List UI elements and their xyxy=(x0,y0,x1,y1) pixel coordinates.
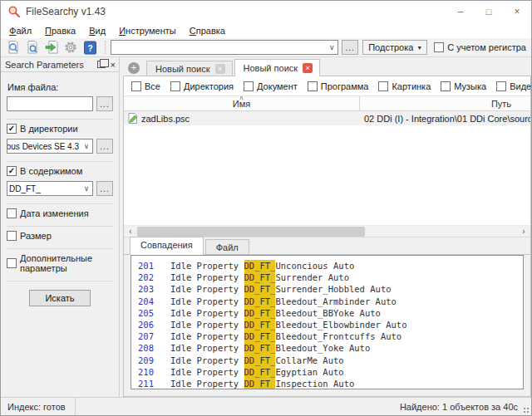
match-highlight: DD_FT_ xyxy=(244,307,276,319)
tab-new-search-1[interactable]: Новый поиск × xyxy=(146,61,233,76)
match-line[interactable]: 210Idle Property DD_FT_Egyptian Auto xyxy=(138,366,523,378)
match-highlight: DD_FT_ xyxy=(244,330,276,342)
tab-new-search-2[interactable]: Новый поиск × xyxy=(234,59,321,76)
export-results-button[interactable] xyxy=(42,39,61,56)
help-icon: ? xyxy=(83,41,97,55)
match-line[interactable]: 209Idle Property DD_FT_CollarMe Auto xyxy=(138,355,523,366)
match-line[interactable]: 201Idle Property DD_FT_Unconcious Auto xyxy=(138,260,523,272)
filter-document-checkbox[interactable] xyxy=(244,81,254,91)
column-label: Путь xyxy=(491,99,511,109)
column-header-path[interactable]: Путь xyxy=(360,96,530,110)
match-line[interactable]: 203Idle Property DD_FT_Surrender_Hobbled… xyxy=(138,283,523,295)
filter-all-checkbox[interactable] xyxy=(131,81,141,91)
match-after-text: Bleedout_Armbinder Auto xyxy=(275,296,396,307)
quick-search-browse-button[interactable]: ... xyxy=(342,40,358,55)
in-directory-option[interactable]: ✓ В директории xyxy=(7,124,113,134)
content-browse-button[interactable]: ... xyxy=(96,181,113,196)
menu-view[interactable]: Вид xyxy=(82,24,112,37)
menu-edit[interactable]: Правка xyxy=(38,24,82,37)
minimize-icon[interactable]: – xyxy=(446,1,475,22)
close-panel-icon[interactable]: × xyxy=(111,60,116,70)
search-button[interactable]: Искать xyxy=(29,290,90,306)
combo-dropdown-icon[interactable]: ∨ xyxy=(81,184,92,193)
match-highlight: DD_FT_ xyxy=(244,342,276,354)
scrollbar-thumb[interactable] xyxy=(137,227,365,237)
table-row[interactable]: zadLibs.psc 02 DDi (I) - Integration\01 … xyxy=(124,111,530,125)
match-list[interactable]: 201Idle Property DD_FT_Unconcious Auto 2… xyxy=(131,255,524,389)
column-header-name[interactable]: ∧ Имя xyxy=(124,96,360,110)
size-checkbox[interactable] xyxy=(7,231,17,241)
advanced-checkbox[interactable] xyxy=(7,258,17,268)
in-content-option[interactable]: ✓ В содержимом xyxy=(7,166,113,176)
combo-dropdown-icon[interactable]: ∨ xyxy=(81,142,92,150)
float-panel-icon[interactable] xyxy=(97,61,106,68)
new-search-button[interactable] xyxy=(4,39,22,56)
filter-label: Директория xyxy=(184,81,234,91)
resize-grip-icon[interactable] xyxy=(523,407,530,414)
quick-search-input[interactable] xyxy=(111,41,326,54)
filter-document[interactable]: Документ xyxy=(244,81,298,91)
match-highlight: DD_FT_ xyxy=(244,272,276,283)
advanced-option[interactable]: Дополнительные параметры xyxy=(7,253,113,273)
date-modified-checkbox[interactable] xyxy=(7,208,17,218)
main-area: Search Parameters × Имя файла: ∨ ... xyxy=(1,57,531,397)
match-line[interactable]: 205Idle Property DD_FT_Bleedout_BBYoke A… xyxy=(138,307,523,319)
filter-program-checkbox[interactable] xyxy=(308,81,318,91)
in-content-checkbox[interactable]: ✓ xyxy=(7,166,17,176)
menu-help[interactable]: Справка xyxy=(183,24,232,37)
in-directory-checkbox[interactable]: ✓ xyxy=(7,124,17,134)
tab-close-icon[interactable]: × xyxy=(215,64,225,74)
search-in-files-button[interactable] xyxy=(23,39,42,56)
filter-all[interactable]: Все xyxy=(131,81,160,91)
horizontal-scrollbar[interactable]: ‹ › xyxy=(124,225,530,237)
add-tab-icon[interactable]: + xyxy=(128,62,140,74)
directory-browse-button[interactable]: ... xyxy=(96,139,113,154)
match-highlight: DD_FT_ xyxy=(244,283,276,295)
size-option[interactable]: Размер xyxy=(7,231,113,241)
results-table: ∧ Имя Путь zadLibs.p xyxy=(124,95,530,225)
index-status: Индекс: готов xyxy=(1,398,76,415)
close-icon[interactable]: × xyxy=(503,1,531,22)
directory-group: ✓ В директории xml\Devious Devices SE 4.… xyxy=(7,120,113,162)
tab-close-icon[interactable]: × xyxy=(303,63,313,73)
content-combo[interactable]: DD_FT_ ∨ xyxy=(7,181,93,196)
filter-directory-checkbox[interactable] xyxy=(170,81,180,91)
filter-video[interactable]: Видео xyxy=(496,81,532,91)
match-mode-value: Подстрока xyxy=(368,42,413,52)
filter-picture[interactable]: Картинка xyxy=(378,81,431,91)
scrollbar-track[interactable] xyxy=(137,226,517,237)
tab-file[interactable]: Файл xyxy=(205,239,249,255)
help-button[interactable]: ? xyxy=(81,39,99,56)
svg-text:?: ? xyxy=(87,43,92,52)
menu-tools[interactable]: Инструменты xyxy=(112,24,183,37)
filter-directory[interactable]: Директория xyxy=(170,81,234,91)
filter-video-checkbox[interactable] xyxy=(496,81,506,91)
match-line[interactable]: 206Idle Property DD_FT_Bleedout_Elbowbin… xyxy=(138,319,523,330)
case-sensitive-option[interactable]: С учетом регистра xyxy=(434,42,526,52)
maximize-icon[interactable]: □ xyxy=(475,1,503,22)
directory-combo[interactable]: xml\Devious Devices SE 4.3 ∨ xyxy=(7,139,93,154)
match-line[interactable]: 207Idle Property DD_FT_Bleedout_Frontcuf… xyxy=(138,330,523,342)
export-arrow-icon xyxy=(44,40,59,55)
match-line[interactable]: 202Idle Property DD_FT_Surrender Auto xyxy=(138,272,523,283)
tab-matches[interactable]: Совпадения xyxy=(130,237,204,255)
combo-dropdown-icon[interactable]: ∨ xyxy=(326,43,337,51)
tab-label: Новый поиск xyxy=(155,64,210,74)
case-sensitive-checkbox[interactable] xyxy=(434,42,444,52)
settings-button[interactable] xyxy=(62,39,80,56)
match-before-text: Idle Property xyxy=(170,272,244,283)
filter-music-checkbox[interactable] xyxy=(441,81,451,91)
filter-program[interactable]: Программа xyxy=(308,81,369,91)
filter-music[interactable]: Музыка xyxy=(441,81,486,91)
match-line[interactable]: 211Idle Property DD_FT_Inspection Auto xyxy=(138,378,523,389)
filter-picture-checkbox[interactable] xyxy=(378,81,388,91)
scroll-right-icon[interactable]: › xyxy=(517,227,530,236)
match-mode-select[interactable]: Подстрока ▼ xyxy=(362,40,427,55)
menu-file[interactable]: Файл xyxy=(2,24,38,37)
scroll-left-icon[interactable]: ‹ xyxy=(124,227,137,236)
match-line[interactable]: 208Idle Property DD_FT_Bleedout_Yoke Aut… xyxy=(138,342,523,354)
match-line[interactable]: 204Idle Property DD_FT_Bleedout_Armbinde… xyxy=(138,296,523,307)
date-modified-option[interactable]: Дата изменения xyxy=(7,208,113,218)
filename-browse-button[interactable]: ... xyxy=(96,96,113,111)
window-title: FileSearchy v1.43 xyxy=(26,6,106,17)
